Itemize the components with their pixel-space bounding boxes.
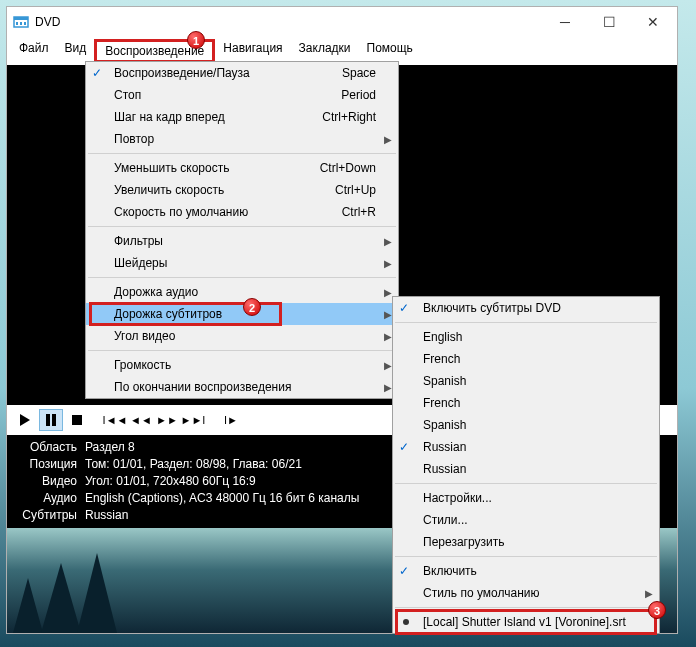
- menu-item-speed-down[interactable]: Уменьшить скорость Ctrl+Down: [86, 157, 398, 179]
- svg-rect-3: [20, 22, 22, 25]
- chevron-right-icon: ▶: [384, 309, 392, 320]
- svg-rect-4: [24, 22, 26, 25]
- maximize-button[interactable]: ☐: [587, 8, 631, 36]
- scene-tree: [13, 578, 43, 633]
- menu-item-stop[interactable]: Стоп Period: [86, 84, 398, 106]
- svg-rect-1: [14, 17, 28, 20]
- scene-tree: [77, 553, 117, 633]
- pause-button[interactable]: [39, 409, 63, 431]
- submenu-lang-russian-2[interactable]: Russian: [393, 458, 659, 480]
- titlebar: DVD ─ ☐ ✕: [7, 7, 677, 37]
- status-position-value: Том: 01/01, Раздел: 08/98, Глава: 06/21: [85, 456, 302, 473]
- playback-menu: ✓ Воспроизведение/Пауза Space Стоп Perio…: [85, 61, 399, 399]
- submenu-lang-russian[interactable]: ✓ Russian: [393, 436, 659, 458]
- chevron-right-icon: ▶: [645, 588, 653, 599]
- submenu-lang-spanish-2[interactable]: Spanish: [393, 414, 659, 436]
- menu-separator: [88, 153, 396, 154]
- chevron-right-icon: ▶: [384, 382, 392, 393]
- status-region-label: Область: [15, 439, 85, 456]
- status-audio-label: Аудио: [15, 490, 85, 507]
- status-subtitles-label: Субтитры: [15, 507, 85, 524]
- status-position-label: Позиция: [15, 456, 85, 473]
- menu-item-after-playback[interactable]: По окончании воспроизведения ▶: [86, 376, 398, 398]
- status-audio-value: English (Captions), AC3 48000 Гц 16 бит …: [85, 490, 359, 507]
- step-button[interactable]: I►: [219, 409, 243, 431]
- play-icon: [20, 414, 30, 426]
- menu-item-frame-step[interactable]: Шаг на кадр вперед Ctrl+Right: [86, 106, 398, 128]
- menu-separator: [88, 226, 396, 227]
- submenu-lang-english[interactable]: English: [393, 326, 659, 348]
- menu-item-speed-default[interactable]: Скорость по умолчанию Ctrl+R: [86, 201, 398, 223]
- submenu-reload[interactable]: Перезагрузить: [393, 531, 659, 553]
- menu-separator: [395, 483, 657, 484]
- submenu-enable[interactable]: ✓ Включить: [393, 560, 659, 582]
- menu-separator: [88, 350, 396, 351]
- check-icon: ✓: [92, 66, 102, 80]
- menu-navigation[interactable]: Навигация: [215, 39, 290, 63]
- prev-button[interactable]: I◄◄: [103, 409, 127, 431]
- window-title: DVD: [35, 15, 543, 29]
- minimize-button[interactable]: ─: [543, 8, 587, 36]
- menu-separator: [395, 607, 657, 608]
- menu-item-volume[interactable]: Громкость ▶: [86, 354, 398, 376]
- status-video-label: Видео: [15, 473, 85, 490]
- stop-icon: [72, 415, 82, 425]
- check-icon: ✓: [399, 440, 409, 454]
- next-button[interactable]: ►►I: [181, 409, 205, 431]
- submenu-lang-french[interactable]: French: [393, 348, 659, 370]
- bullet-icon: [403, 619, 409, 625]
- menu-item-play-pause[interactable]: ✓ Воспроизведение/Пауза Space: [86, 62, 398, 84]
- menu-item-filters[interactable]: Фильтры ▶: [86, 230, 398, 252]
- menu-separator: [395, 322, 657, 323]
- annotation-badge-3: 3: [648, 601, 666, 619]
- subtitle-track-submenu: ✓ Включить субтитры DVD English French S…: [392, 296, 660, 634]
- scene-tree: [41, 563, 81, 633]
- submenu-settings[interactable]: Настройки...: [393, 487, 659, 509]
- app-icon: [13, 14, 29, 30]
- menu-item-speed-up[interactable]: Увеличить скорость Ctrl+Up: [86, 179, 398, 201]
- submenu-default-style[interactable]: Стиль по умолчанию ▶: [393, 582, 659, 604]
- svg-rect-2: [16, 22, 18, 25]
- check-icon: ✓: [399, 564, 409, 578]
- submenu-enable-dvd-subs[interactable]: ✓ Включить субтитры DVD: [393, 297, 659, 319]
- menu-item-video-angle[interactable]: Угол видео ▶: [86, 325, 398, 347]
- annotation-badge-1: 1: [187, 31, 205, 49]
- menu-bookmarks[interactable]: Закладки: [291, 39, 359, 63]
- menu-item-repeat[interactable]: Повтор ▶: [86, 128, 398, 150]
- menu-separator: [88, 277, 396, 278]
- menu-item-shaders[interactable]: Шейдеры ▶: [86, 252, 398, 274]
- close-button[interactable]: ✕: [631, 8, 675, 36]
- chevron-right-icon: ▶: [384, 258, 392, 269]
- pause-icon: [46, 414, 56, 426]
- check-icon: ✓: [399, 301, 409, 315]
- rewind-button[interactable]: ◄◄: [129, 409, 153, 431]
- menu-item-subtitle-track[interactable]: Дорожка субтитров ▶: [86, 303, 398, 325]
- chevron-right-icon: ▶: [384, 331, 392, 342]
- submenu-styles[interactable]: Стили...: [393, 509, 659, 531]
- status-region-value: Раздел 8: [85, 439, 135, 456]
- menu-help[interactable]: Помощь: [359, 39, 421, 63]
- annotation-badge-2: 2: [243, 298, 261, 316]
- menu-item-audio-track[interactable]: Дорожка аудио ▶: [86, 281, 398, 303]
- play-button[interactable]: [13, 409, 37, 431]
- status-subtitles-value: Russian: [85, 507, 128, 524]
- stop-button[interactable]: [65, 409, 89, 431]
- menu-view[interactable]: Вид: [57, 39, 95, 63]
- submenu-lang-spanish[interactable]: Spanish: [393, 370, 659, 392]
- chevron-right-icon: ▶: [384, 236, 392, 247]
- forward-button[interactable]: ►►: [155, 409, 179, 431]
- chevron-right-icon: ▶: [384, 134, 392, 145]
- submenu-local-srt-file[interactable]: [Local] Shutter Island v1 [Voronine].srt: [393, 611, 659, 633]
- chevron-right-icon: ▶: [384, 287, 392, 298]
- status-video-value: Угол: 01/01, 720x480 60Гц 16:9: [85, 473, 256, 490]
- menu-separator: [395, 556, 657, 557]
- chevron-right-icon: ▶: [384, 360, 392, 371]
- submenu-lang-french-2[interactable]: French: [393, 392, 659, 414]
- menu-file[interactable]: Файл: [11, 39, 57, 63]
